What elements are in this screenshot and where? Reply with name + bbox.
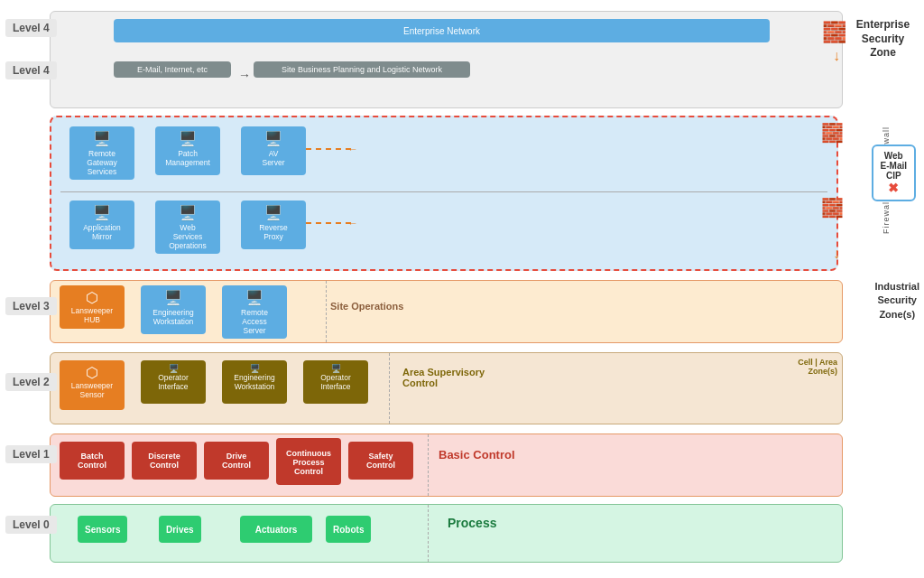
drives-box: Drives	[159, 516, 201, 543]
actuators-box: Actuators	[240, 516, 312, 543]
remote-gateway-box: 🖥️ Remote Gateway Services	[69, 126, 134, 180]
monitor-icon-8: 🖥️	[245, 289, 263, 306]
arrow-left-top-icon: ←	[347, 143, 358, 155]
eng-ws-level2-box: 🖥️ Engineering Workstation	[222, 360, 287, 404]
monitor-icon-6: 🖥️	[264, 204, 282, 221]
monitor-icon-5: 🖥️	[179, 204, 197, 221]
vertical-divider-level2	[389, 353, 390, 424]
batch-control-box: Batch Control	[60, 442, 125, 480]
lansweeper-hub-box: ⬡ Lansweeper HUB	[60, 285, 125, 329]
continuous-process-box: Continuous Process Control	[276, 438, 341, 485]
cip-label: CIP	[881, 171, 907, 181]
firewall-top-icon: 🧱	[822, 21, 846, 44]
firewall-label-bottom: Firewall	[882, 199, 891, 234]
monitor-icon-1: 🖥️	[93, 130, 111, 147]
level4a-label: Level 4	[5, 19, 57, 37]
level1-label: Level 1	[5, 445, 57, 463]
web-email-cip-box: Web E-Mail CIP ✖	[872, 144, 916, 201]
enterprise-zone-row: Level 4 Enterprise Network Level 4 E-Mai…	[50, 11, 843, 108]
firewall-right-top-icon: 🧱	[821, 122, 844, 144]
remote-access-box: 🖥️ Remote Access Server	[222, 285, 287, 339]
monitor-icon-3: 🖥️	[264, 130, 282, 147]
drive-control-box: Drive Control	[204, 442, 269, 480]
diagram: Enterprise Security Zone Level 4 Enterpr…	[0, 0, 924, 578]
site-ops-label: Site Operations	[330, 301, 403, 312]
x-icon: ✖	[881, 181, 907, 195]
monitor-icon-2: 🖥️	[179, 130, 197, 147]
monitor-icon-4: 🖥️	[93, 204, 111, 221]
arrow-down-dmz-icon: ↓	[833, 246, 840, 262]
level3-row: Level 3 ⬡ Lansweeper HUB 🖥️ Engineering …	[50, 280, 843, 343]
vertical-divider-level0	[428, 505, 429, 562]
operator-interface2-box: 🖥️ Operator Interface	[303, 360, 368, 404]
industrial-zone-label: IndustrialSecurityZone(s)	[874, 280, 919, 322]
safety-control-box: Safety Control	[348, 442, 413, 480]
level2-row: Level 2 ⬡ Lansweeper Sensor 🖥️ Operator …	[50, 352, 843, 424]
logistics-box: Site Business Planning and Logistic Netw…	[254, 61, 470, 78]
monitor-icon-11: 🖥️	[331, 364, 341, 373]
arrow-right-icon: →	[238, 68, 251, 82]
area-supervisory-label: Area SupervisoryControl	[402, 367, 485, 388]
level0-row: Level 0 Sensors Drives Actuators Robots …	[50, 504, 843, 563]
web-services-box: 🖥️ Web Services Operations	[155, 200, 220, 254]
dmz-divider	[60, 191, 827, 192]
cell-area-zone-label: Cell | AreaZone(s)	[798, 358, 837, 376]
robots-box: Robots	[326, 516, 371, 543]
firewall-right-bottom-icon: 🧱	[821, 197, 844, 219]
patch-mgmt-box: 🖥️ Patch Management	[155, 126, 220, 175]
dashed-line-top	[306, 148, 351, 150]
enterprise-zone-label: Enterprise Security Zone	[849, 18, 917, 61]
level1-row: Level 1 Batch Control Discrete Control D…	[50, 434, 843, 497]
lansweeper-sensor-box: ⬡ Lansweeper Sensor	[60, 360, 125, 410]
level3-label: Level 3	[5, 297, 57, 315]
process-label: Process	[448, 516, 496, 530]
sensor-icon: ⬡	[86, 364, 98, 381]
discrete-control-box: Discrete Control	[132, 442, 197, 480]
vertical-divider-level3	[326, 281, 327, 342]
level2-label: Level 2	[5, 373, 57, 391]
monitor-icon-10: 🖥️	[250, 364, 260, 373]
enterprise-network-box: Enterprise Network	[114, 19, 770, 42]
app-mirror-box: 🖥️ Application Mirror	[69, 200, 134, 249]
arrow-left-bottom-icon: ←	[347, 217, 358, 229]
vertical-divider-level1	[428, 434, 429, 496]
av-server-box: 🖥️ AV Server	[241, 126, 306, 175]
level4b-label: Level 4	[5, 61, 57, 79]
email-label: E-Mail	[881, 161, 907, 171]
operator-interface1-box: 🖥️ Operator Interface	[141, 360, 206, 404]
reverse-proxy-box: 🖥️ Reverse Proxy	[241, 200, 306, 249]
basic-control-label: Basic Control	[439, 448, 515, 461]
hub-icon: ⬡	[86, 289, 98, 306]
sensors-box: Sensors	[78, 516, 127, 543]
level0-label: Level 0	[5, 516, 57, 534]
dashed-line-bottom	[306, 222, 351, 224]
monitor-icon-7: 🖥️	[164, 289, 182, 306]
dmz-row: Firewall 🖥️ Remote Gateway Services 🖥️ P…	[50, 116, 838, 271]
web-label: Web	[881, 151, 907, 161]
monitor-icon-9: 🖥️	[169, 364, 179, 373]
eng-ws-level3-box: 🖥️ Engineering Workstation	[141, 285, 206, 334]
email-internet-box: E-Mail, Internet, etc	[114, 61, 231, 78]
arrow-down-enterprise-icon: ↓	[833, 48, 840, 64]
